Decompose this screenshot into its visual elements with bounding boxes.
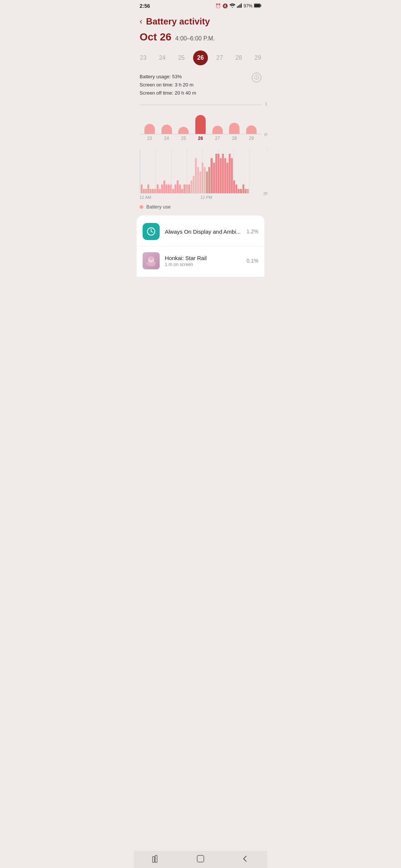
app-list: Always On Display and Ambi... 1.2% <box>137 216 264 277</box>
hourly-bar-33 <box>215 154 217 193</box>
app-icon-1 <box>143 252 160 269</box>
header: ‹ Battery activity <box>134 10 267 30</box>
hourly-bar-7 <box>157 184 159 193</box>
battery-icon <box>254 3 261 9</box>
hourly-label-start: 12 AM <box>140 195 151 200</box>
weekly-bar-label-24: 24 <box>160 136 173 141</box>
weekly-bar-wrap-28[interactable] <box>229 105 239 134</box>
hourly-bar-2 <box>145 189 147 193</box>
weekly-bar-label-25: 25 <box>177 136 190 141</box>
hourly-bar-41 <box>233 180 235 194</box>
hourly-bar-8 <box>159 189 161 193</box>
hourly-bar-36 <box>222 154 224 193</box>
date-section: Oct 26 4:00–6:00 P.M. <box>134 30 267 47</box>
page-title: Battery activity <box>146 16 210 27</box>
weekly-bar-29 <box>246 125 257 134</box>
app-name-1: Honkai: Star Rail <box>165 255 241 261</box>
hourly-bar-32 <box>213 162 215 193</box>
day-selector-item-29[interactable]: 29 <box>250 50 265 65</box>
screen-off-stat: Screen off time: 20 h 40 m <box>140 89 261 97</box>
day-selector-item-25[interactable]: 25 <box>174 50 189 65</box>
wifi-icon <box>229 3 235 9</box>
hourly-bar-43 <box>238 189 239 193</box>
weekly-bar-label-26: 26 <box>194 136 207 141</box>
day-selector-item-24[interactable]: 24 <box>155 50 170 65</box>
hourly-bar-0 <box>141 184 143 193</box>
hourly-bar-3 <box>147 184 149 193</box>
hourly-bar-5 <box>152 189 154 193</box>
day-selector-item-27[interactable]: 27 <box>212 50 227 65</box>
weekly-label-0: 0% <box>264 132 267 137</box>
screen-on-stat: Screen on time: 3 h 20 m <box>140 81 261 89</box>
hourly-bar-18 <box>181 189 183 193</box>
hourly-bar-17 <box>179 184 181 193</box>
app-list-item-1[interactable]: Honkai: Star Rail 1 m on screen 0.1% <box>137 246 264 275</box>
hourly-bar-19 <box>183 184 185 193</box>
hourly-bar-25 <box>197 167 199 193</box>
hourly-label-0: 0% <box>264 191 267 196</box>
day-selector-item-26[interactable]: 26 <box>193 50 208 65</box>
battery-pct: 97% <box>244 3 252 9</box>
chart-legend: Battery use <box>134 201 267 216</box>
status-icons: ⏰ 🔇 97% <box>215 3 261 9</box>
hourly-bar-45 <box>242 184 244 193</box>
weekly-bar-25 <box>178 127 189 134</box>
app-sub-1: 1 m on screen <box>165 262 241 267</box>
weekly-chart-inner: 100 0% <box>140 105 261 134</box>
weekly-bar-label-29: 29 <box>245 136 258 141</box>
hourly-bar-29 <box>206 171 208 194</box>
weekly-bar-wrap-24[interactable] <box>162 105 172 134</box>
weekly-bar-wrap-25[interactable] <box>178 105 189 134</box>
hourly-bar-46 <box>245 189 247 193</box>
alarm-icon: ⏰ <box>215 3 221 9</box>
hourly-bar-20 <box>186 184 188 193</box>
weekly-bars <box>140 105 261 134</box>
hourly-bar-47 <box>247 189 249 193</box>
weekly-bar-wrap-26[interactable] <box>195 105 206 134</box>
status-time: 2:56 <box>140 3 150 9</box>
status-bar: 2:56 ⏰ 🔇 97% <box>134 0 267 10</box>
hourly-bar-6 <box>154 189 156 193</box>
date-main: Oct 26 <box>140 31 172 43</box>
weekly-bar-labels: 23242526272829 <box>140 134 261 141</box>
weekly-label-100: 100 <box>265 102 267 106</box>
app-list-item-0[interactable]: Always On Display and Ambi... 1.2% <box>137 217 264 246</box>
hourly-bar-31 <box>211 158 212 193</box>
hourly-bar-42 <box>235 184 237 193</box>
hourly-bar-9 <box>161 184 163 193</box>
weekly-bar-label-27: 27 <box>211 136 224 141</box>
hourly-bar-23 <box>193 176 195 194</box>
hourly-bar-35 <box>220 158 222 193</box>
date-time-range: 4:00–6:00 P.M. <box>175 35 215 42</box>
hourly-bar-15 <box>175 184 176 193</box>
weekly-bar-wrap-29[interactable] <box>246 105 257 134</box>
weekly-bar-label-23: 23 <box>143 136 156 141</box>
hourly-label-mid: 12 PM <box>200 195 212 200</box>
hourly-bar-27 <box>202 162 203 193</box>
hourly-bar-37 <box>224 158 226 193</box>
hourly-bar-10 <box>163 180 165 194</box>
battery-usage-stat: Battery usage: 53% <box>140 73 261 81</box>
info-icon[interactable]: ⓘ <box>252 73 261 82</box>
app-pct-1: 0.1% <box>247 258 258 264</box>
weekly-bar-28 <box>229 123 239 134</box>
hourly-bar-44 <box>240 189 242 193</box>
weekly-bar-wrap-27[interactable] <box>212 105 223 134</box>
svg-rect-1 <box>238 5 239 8</box>
hourly-bar-11 <box>166 184 167 193</box>
back-button[interactable]: ‹ <box>140 17 142 26</box>
svg-rect-5 <box>261 4 261 6</box>
hourly-bar-21 <box>188 184 190 193</box>
hourly-bar-16 <box>177 180 179 194</box>
day-selector-item-23[interactable]: 23 <box>136 50 151 65</box>
svg-rect-0 <box>237 6 238 8</box>
svg-rect-3 <box>241 3 242 8</box>
hourly-bar-24 <box>195 158 197 193</box>
app-name-0: Always On Display and Ambi... <box>165 228 241 235</box>
day-selector-item-28[interactable]: 28 <box>231 50 246 65</box>
legend-label: Battery use <box>146 204 171 210</box>
hourly-chart-inner <box>140 149 250 194</box>
weekly-bar-wrap-23[interactable] <box>144 105 155 134</box>
weekly-bar-23 <box>144 124 155 134</box>
weekly-bar-26 <box>195 115 206 134</box>
